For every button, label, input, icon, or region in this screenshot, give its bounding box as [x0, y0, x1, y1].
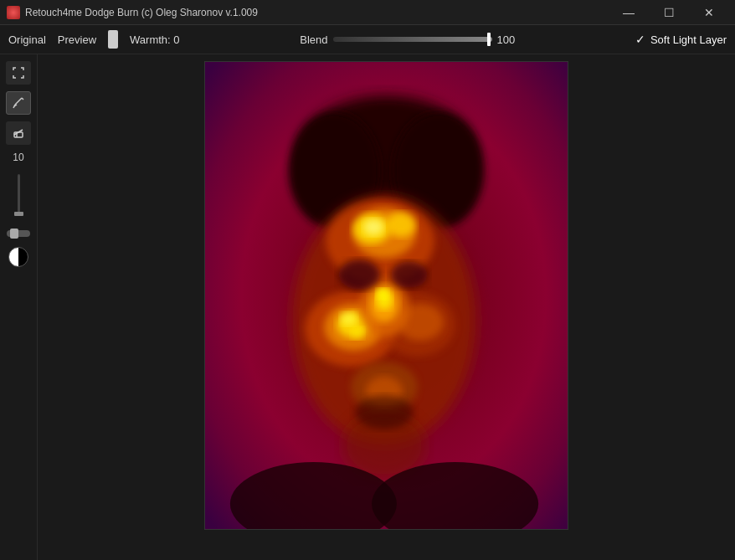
warmth-thumb[interactable]: [108, 30, 118, 49]
left-panel: 10: [0, 54, 38, 560]
svg-point-27: [391, 261, 428, 288]
fit-view-button[interactable]: [6, 61, 31, 85]
svg-point-32: [340, 312, 357, 326]
size-slider-track[interactable]: [18, 174, 20, 216]
title-bar-left: Retouch4me Dodge Burn (c) Oleg Sharonov …: [7, 6, 258, 19]
warmth-label: Warmth: 0: [130, 33, 179, 46]
svg-point-33: [351, 327, 364, 339]
mini-slider[interactable]: [7, 230, 30, 237]
title-bar: Retouch4me Dodge Burn (c) Oleg Sharonov …: [0, 0, 735, 25]
brush-tool-button[interactable]: [6, 91, 31, 115]
blend-slider[interactable]: [333, 37, 492, 42]
mini-slider-thumb[interactable]: [10, 229, 18, 239]
title-bar-controls[interactable]: — ☐ ✕: [609, 0, 728, 25]
tool-size-label: 10: [13, 152, 23, 163]
blend-value: 100: [497, 33, 516, 46]
original-button[interactable]: Original: [8, 33, 46, 46]
svg-point-31: [363, 218, 383, 235]
svg-line-1: [22, 98, 23, 100]
svg-point-15: [386, 212, 416, 237]
app-icon: [7, 6, 20, 19]
contrast-icon[interactable]: [8, 247, 28, 267]
blend-thumb[interactable]: [487, 33, 491, 46]
toolbar: Original Preview Warmth: 0 Blend 100 ✓ S…: [0, 25, 735, 54]
svg-line-0: [15, 98, 22, 105]
canvas-area[interactable]: [38, 54, 735, 560]
app-title: Retouch4me Dodge Burn (c) Oleg Sharonov …: [25, 7, 258, 18]
svg-point-26: [338, 259, 380, 290]
thermal-svg: [205, 62, 568, 529]
image-canvas[interactable]: [204, 61, 568, 530]
eraser-tool-button[interactable]: [6, 121, 31, 145]
svg-point-34: [377, 289, 388, 299]
thermal-image: [205, 62, 568, 529]
size-slider-thumb[interactable]: [14, 212, 23, 216]
blend-label: Blend: [300, 33, 327, 46]
soft-light-check-icon: ✓: [635, 33, 645, 46]
main-area: 10: [0, 54, 735, 560]
svg-point-35: [355, 395, 414, 429]
close-button[interactable]: ✕: [690, 0, 728, 25]
maximize-button[interactable]: ☐: [650, 0, 688, 25]
blend-container: Blend 100: [192, 33, 624, 46]
preview-button[interactable]: Preview: [58, 33, 96, 46]
soft-light-container: ✓ Soft Light Layer: [635, 33, 727, 46]
soft-light-label[interactable]: Soft Light Layer: [650, 33, 727, 46]
minimize-button[interactable]: —: [609, 0, 648, 25]
svg-rect-4: [14, 132, 23, 137]
